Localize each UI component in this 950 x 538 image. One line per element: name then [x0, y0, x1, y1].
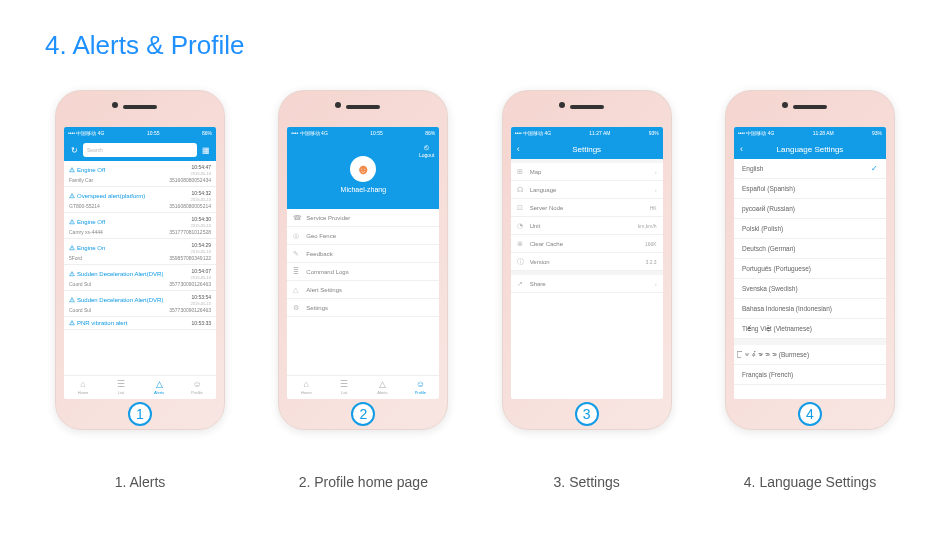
profile-header: ⎋ Logout ☻ Michael-zhang [287, 139, 439, 209]
tab-label: Profile [191, 390, 202, 395]
alert-device: 5Ford [69, 255, 82, 261]
tab-alerts[interactable]: △Alerts [140, 376, 178, 399]
svg-point-9 [72, 275, 73, 276]
alert-id: 351777081012528 [169, 229, 211, 235]
language-label: Svenska (Swedish) [742, 285, 798, 292]
tab-profile[interactable]: ☺Profile [178, 376, 216, 399]
menu-item[interactable]: ≣Command Logs [287, 263, 439, 281]
chevron-right-icon: › [655, 281, 657, 287]
alert-date: 2019-05-10 [191, 171, 211, 176]
settings-item[interactable]: ◔Unitkm,km/h [511, 217, 663, 235]
back-button[interactable]: ‹ [517, 144, 520, 154]
settings-item[interactable]: ⓘVersion3.2.3 [511, 253, 663, 271]
settings-value: km,km/h [638, 223, 657, 229]
menu-icon: ✎ [293, 250, 301, 258]
phone-number-badge: 3 [575, 402, 599, 426]
menu-icon: △ [293, 286, 301, 294]
language-item[interactable]: русский (Russian) [734, 199, 886, 219]
tab-bar: ⌂Home☰List△Alerts☺Profile [287, 375, 439, 399]
language-item[interactable]: Polski (Polish) [734, 219, 886, 239]
language-label: Polski (Polish) [742, 225, 783, 232]
alerts-list: Engine Off10:54:472019-05-10Family Car35… [64, 161, 216, 375]
language-item[interactable]: Português (Portuguese) [734, 259, 886, 279]
menu-item[interactable]: ☎Service Provider [287, 209, 439, 227]
avatar[interactable]: ☻ [350, 156, 376, 182]
logout-label: Logout [419, 152, 434, 158]
settings-item[interactable]: ⊞Map› [511, 163, 663, 181]
alert-title: Overspeed alert(platform) [77, 193, 145, 199]
alert-time: 10:53:33 [192, 320, 211, 326]
alert-device: GT800-55214 [69, 203, 100, 209]
nav-bar: ‹ Language Settings [734, 139, 886, 159]
logout-button[interactable]: ⎋ Logout [419, 143, 434, 158]
tab-label: Home [78, 390, 89, 395]
svg-point-7 [72, 249, 73, 250]
alert-date: 2019-05-10 [191, 197, 211, 202]
tab-list[interactable]: ☰List [102, 376, 140, 399]
language-item[interactable]: Español (Spanish) [734, 179, 886, 199]
menu-item[interactable]: ✎Feedback [287, 245, 439, 263]
tab-alerts[interactable]: △Alerts [363, 376, 401, 399]
tab-profile[interactable]: ☺Profile [401, 376, 439, 399]
menu-item[interactable]: △Alert Settings [287, 281, 439, 299]
menu-label: Service Provider [306, 215, 350, 221]
alert-item[interactable]: Engine Off10:54:302019-05-10Camry xs-444… [64, 213, 216, 239]
search-input[interactable]: Search [83, 143, 197, 157]
tab-home[interactable]: ⌂Home [64, 376, 102, 399]
menu-item[interactable]: ⚙Settings [287, 299, 439, 317]
alert-title: Engine On [77, 245, 105, 251]
tab-label: List [118, 390, 124, 395]
alert-title: Engine Off [77, 167, 105, 173]
settings-item[interactable]: ⊗Clear Cache166K [511, 235, 663, 253]
tab-icon: ⌂ [80, 380, 85, 389]
logout-icon: ⎋ [419, 143, 434, 152]
language-item[interactable]: မြန်မာဘာသာ (Burmese) [734, 345, 886, 365]
alert-item[interactable]: Overspeed alert(platform)10:54:322019-05… [64, 187, 216, 213]
language-item[interactable]: English✓ [734, 159, 886, 179]
alert-item[interactable]: Engine Off10:54:472019-05-10Family Car35… [64, 161, 216, 187]
warning-icon [69, 167, 75, 173]
phone-number-badge: 2 [351, 402, 375, 426]
menu-icon: ⓘ [517, 257, 525, 267]
menu-icon: ☎ [293, 214, 301, 222]
language-item[interactable]: Tiếng Việt (Vietnamese) [734, 319, 886, 339]
settings-item[interactable]: ↗Share› [511, 275, 663, 293]
tab-icon: ☺ [416, 380, 425, 389]
alert-item[interactable]: Sudden Deceleration Alert(DVR)10:54:0720… [64, 265, 216, 291]
alert-item[interactable]: PNR vibration alert10:53:33 [64, 317, 216, 330]
tab-icon: △ [379, 380, 386, 389]
settings-item[interactable]: ☊Language› [511, 181, 663, 199]
phone-number-badge: 4 [798, 402, 822, 426]
alerts-search-bar: ↻ Search ▦ [64, 139, 216, 161]
language-item[interactable]: Français (French) [734, 365, 886, 385]
language-label: Deutsch (German) [742, 245, 795, 252]
alert-title: PNR vibration alert [77, 320, 127, 326]
tab-label: Profile [415, 390, 426, 395]
language-item[interactable]: Svenska (Swedish) [734, 279, 886, 299]
caption-3: 3. Settings [554, 474, 620, 490]
language-item[interactable]: Deutsch (German) [734, 239, 886, 259]
settings-value: 166K [645, 241, 657, 247]
tab-home[interactable]: ⌂Home [287, 376, 325, 399]
menu-icon: ⊡ [517, 204, 525, 212]
alert-id: 357730090126463 [169, 307, 211, 313]
alert-date: 2019-05-10 [191, 275, 211, 280]
menu-label: Settings [306, 305, 328, 311]
settings-item[interactable]: ⊡Server NodeHK [511, 199, 663, 217]
phone-frame-3: •••• 中国移动 4G 11:27 AM 93% ‹ Settings ⊞Ma… [502, 90, 672, 430]
menu-item[interactable]: ◎Geo Fence [287, 227, 439, 245]
alert-device: Family Car [69, 177, 93, 183]
nav-title: Settings [572, 145, 601, 154]
tab-list[interactable]: ☰List [325, 376, 363, 399]
language-item[interactable]: Bahasa Indonesia (Indonesian) [734, 299, 886, 319]
calendar-icon[interactable]: ▦ [200, 146, 212, 155]
caption-2: 2. Profile home page [299, 474, 428, 490]
back-button[interactable]: ‹ [740, 144, 743, 154]
language-label: Français (French) [742, 371, 793, 378]
alert-device: Camry xs-4444 [69, 229, 103, 235]
section-title: 4. Alerts & Profile [45, 30, 244, 61]
status-bar: •••• 中国移动 4G 11:28 AM 93% [734, 127, 886, 139]
refresh-icon[interactable]: ↻ [68, 146, 80, 155]
alert-item[interactable]: Sudden Deceleration Alert(DVR)10:53:5420… [64, 291, 216, 317]
alert-item[interactable]: Engine On10:54:292019-05-105Ford35985708… [64, 239, 216, 265]
